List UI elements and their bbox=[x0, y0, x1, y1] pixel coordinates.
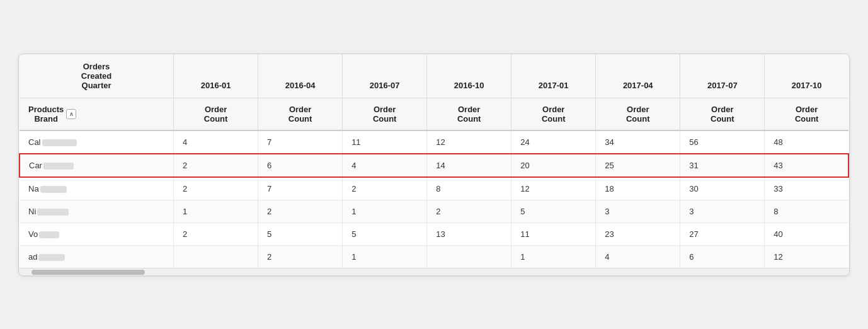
order-count-header-5: Order Count bbox=[511, 98, 596, 130]
order-count-header-8: Order Count bbox=[765, 98, 848, 130]
value-cell: 1 bbox=[343, 200, 427, 222]
value-cell: 34 bbox=[596, 130, 680, 154]
value-cell: 12 bbox=[511, 177, 596, 200]
col-header-2016-10: 2016-10 bbox=[427, 54, 511, 98]
value-cell: 7 bbox=[258, 130, 343, 154]
scroll-wrapper[interactable]: Orders Created Quarter 2016-01 2016-04 2… bbox=[19, 54, 849, 268]
value-cell: 7 bbox=[258, 177, 343, 200]
brand-cell: Vo bbox=[20, 222, 174, 245]
value-cell: 2 bbox=[174, 177, 258, 200]
value-cell: 2 bbox=[258, 200, 343, 222]
col-header-2017-07: 2017-07 bbox=[680, 54, 765, 98]
col-header-2016-04: 2016-04 bbox=[258, 54, 343, 98]
value-cell: 2 bbox=[174, 154, 258, 177]
brand-cell: Ni bbox=[20, 200, 174, 222]
table-body: Cal47111224345648Car2641420253143Na27281… bbox=[20, 130, 848, 268]
value-cell: 4 bbox=[174, 130, 258, 154]
sort-icon[interactable]: ∧ bbox=[66, 109, 76, 119]
value-cell: 2 bbox=[174, 222, 258, 245]
value-cell: 33 bbox=[765, 177, 848, 200]
col-header-2017-04: 2017-04 bbox=[596, 54, 680, 98]
value-cell: 31 bbox=[680, 154, 765, 177]
sub-header-row: Products Brand ∧ Order Count Order Count… bbox=[20, 98, 848, 130]
brand-cell: Cal bbox=[20, 130, 174, 154]
main-table-container: Orders Created Quarter 2016-01 2016-04 2… bbox=[18, 54, 850, 276]
value-cell: 2 bbox=[258, 245, 343, 268]
value-cell: 40 bbox=[765, 222, 848, 245]
value-cell: 1 bbox=[343, 245, 427, 268]
order-count-header-6: Order Count bbox=[596, 98, 680, 130]
value-cell: 12 bbox=[765, 245, 848, 268]
value-cell: 23 bbox=[596, 222, 680, 245]
value-cell: 48 bbox=[765, 130, 848, 154]
value-cell: 3 bbox=[680, 200, 765, 222]
value-cell: 2 bbox=[427, 200, 511, 222]
value-cell: 8 bbox=[427, 177, 511, 200]
order-count-header-7: Order Count bbox=[680, 98, 765, 130]
value-cell: 56 bbox=[680, 130, 765, 154]
value-cell: 43 bbox=[765, 154, 848, 177]
value-cell: 11 bbox=[343, 130, 427, 154]
brand-cell: Na bbox=[20, 177, 174, 200]
value-cell: 12 bbox=[427, 130, 511, 154]
brand-cell: ad bbox=[20, 245, 174, 268]
value-cell: 5 bbox=[511, 200, 596, 222]
value-cell: 5 bbox=[258, 222, 343, 245]
table-row: Vo2551311232740 bbox=[20, 222, 848, 245]
value-cell: 6 bbox=[258, 154, 343, 177]
value-cell: 2 bbox=[343, 177, 427, 200]
table-row: Ni12125338 bbox=[20, 200, 848, 222]
value-cell: 4 bbox=[596, 245, 680, 268]
col-header-2016-07: 2016-07 bbox=[343, 54, 427, 98]
scrollbar-thumb[interactable] bbox=[31, 270, 145, 275]
value-cell: 5 bbox=[343, 222, 427, 245]
value-cell bbox=[174, 245, 258, 268]
scrollbar-area[interactable] bbox=[19, 268, 849, 275]
orders-quarter-header: Orders Created Quarter bbox=[20, 54, 174, 98]
table-row: Na272812183033 bbox=[20, 177, 848, 200]
value-cell: 4 bbox=[343, 154, 427, 177]
top-header-row: Orders Created Quarter 2016-01 2016-04 2… bbox=[20, 54, 848, 98]
data-table: Orders Created Quarter 2016-01 2016-04 2… bbox=[19, 54, 849, 268]
value-cell bbox=[427, 245, 511, 268]
products-brand-header: Products Brand ∧ bbox=[20, 98, 174, 130]
value-cell: 13 bbox=[427, 222, 511, 245]
table-row: Car2641420253143 bbox=[20, 154, 848, 177]
value-cell: 11 bbox=[511, 222, 596, 245]
value-cell: 18 bbox=[596, 177, 680, 200]
table-row: ad2114612 bbox=[20, 245, 848, 268]
value-cell: 14 bbox=[427, 154, 511, 177]
value-cell: 3 bbox=[596, 200, 680, 222]
value-cell: 1 bbox=[511, 245, 596, 268]
table-row: Cal47111224345648 bbox=[20, 130, 848, 154]
order-count-header-1: Order Count bbox=[174, 98, 258, 130]
value-cell: 30 bbox=[680, 177, 765, 200]
value-cell: 27 bbox=[680, 222, 765, 245]
order-count-header-2: Order Count bbox=[258, 98, 343, 130]
value-cell: 25 bbox=[596, 154, 680, 177]
order-count-header-3: Order Count bbox=[343, 98, 427, 130]
col-header-2017-01: 2017-01 bbox=[511, 54, 596, 98]
brand-cell: Car bbox=[20, 154, 174, 177]
col-header-2017-10: 2017-10 bbox=[765, 54, 848, 98]
value-cell: 1 bbox=[174, 200, 258, 222]
products-brand-label: Products Brand bbox=[28, 105, 64, 124]
value-cell: 24 bbox=[511, 130, 596, 154]
col-header-2016-01: 2016-01 bbox=[174, 54, 258, 98]
value-cell: 6 bbox=[680, 245, 765, 268]
value-cell: 8 bbox=[765, 200, 848, 222]
value-cell: 20 bbox=[511, 154, 596, 177]
order-count-header-4: Order Count bbox=[427, 98, 511, 130]
